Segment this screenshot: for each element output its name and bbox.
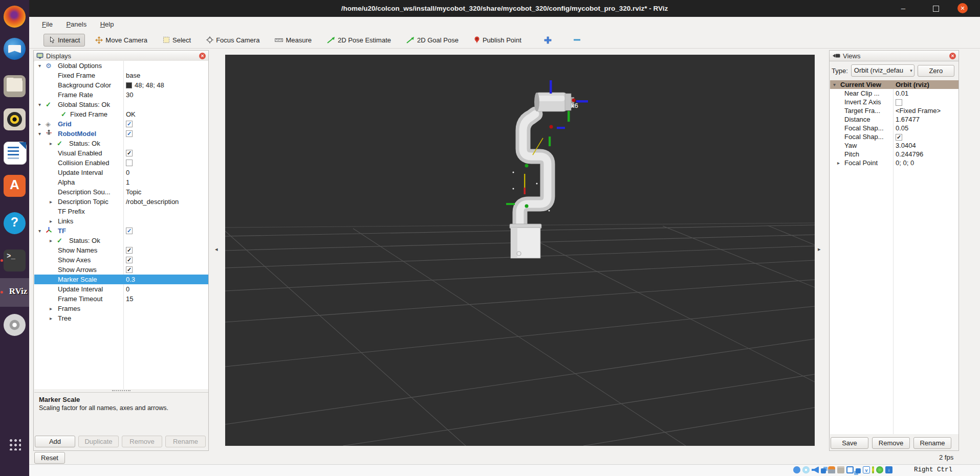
display-row-frame-timeout[interactable]: Frame Timeout15 [34,294,208,304]
view-type-select[interactable]: Orbit (rviz_defau ▾ [851,64,914,77]
tool-select-button[interactable]: Select [158,34,196,47]
view-row-distance[interactable]: Distance1.67477 [830,115,959,124]
checkbox-show-names[interactable]: ✓ [126,247,133,254]
view-row-focal-shap[interactable]: Focal Shap...0.05 [830,124,959,132]
display-row-tf-prefix[interactable]: TF Prefix [34,207,208,216]
tool-2d-goal-pose-button[interactable]: 2D Goal Pose [401,34,464,47]
expand-arrow-icon[interactable]: ▸ [50,313,52,323]
expand-arrow-icon[interactable]: ▸ [50,216,52,226]
display-row-status-ok[interactable]: ▸✓Status: Ok [34,139,208,148]
checkbox-robotmodel[interactable]: ✓ [126,130,133,137]
display-row-collision-enabled[interactable]: Collision Enabled [34,158,208,168]
checkbox-grid[interactable]: ✓ [126,121,133,127]
view-row-near-clip[interactable]: Near Clip ...0.01 [830,89,959,98]
tool-measure-button[interactable]: Measure [270,34,317,47]
tool-interact-button[interactable]: Interact [43,34,85,47]
vbox-usb-icon[interactable] [828,466,835,473]
zero-button[interactable]: Zero [918,65,954,77]
display-row-update-interval[interactable]: Update Interval0 [34,284,208,294]
property-value[interactable]: 0.05 [896,124,908,132]
display-row-grid[interactable]: ▸◈Grid✓ [34,119,208,129]
expand-arrow-icon[interactable]: ▸ [50,197,52,207]
add-tool-button[interactable] [539,34,557,47]
menu-file[interactable]: File [36,17,58,32]
property-value[interactable]: Topic [126,187,141,197]
close-button[interactable]: ✕ [957,3,968,13]
property-value[interactable]: base [126,71,140,80]
collapse-arrow-icon[interactable]: ▾ [38,61,41,71]
display-row-tree[interactable]: ▸Tree [34,313,208,323]
dock-item-rviz[interactable]: RViz [4,281,26,303]
dock-item-terminal[interactable] [4,250,26,271]
collapse-arrow-icon[interactable]: ▾ [38,100,41,109]
display-row-background-color[interactable]: Background Color48; 48; 48 [34,80,208,90]
property-value[interactable]: 0.3 [126,275,135,284]
vbox-shared-folder-icon[interactable] [837,466,844,473]
view-row-focal-shap[interactable]: Focal Shap...✓ [830,132,959,141]
display-row-update-interval[interactable]: Update Interval0 [34,168,208,177]
collapse-right-panel-icon[interactable]: ▸ [818,246,821,253]
dock-item-libreoffice-writer[interactable] [4,142,27,165]
vbox-down-arrow-icon[interactable]: ↓ [885,466,892,473]
menu-panels[interactable]: Panels [60,17,92,32]
vbox-network-icon[interactable] [821,468,826,473]
expand-arrow-icon[interactable]: ▸ [837,158,840,167]
rename-button[interactable]: Rename [165,436,206,447]
dock-item-app-grid[interactable] [8,437,21,450]
display-row-tf[interactable]: ▾TF✓ [34,226,208,236]
view-row-target-fra[interactable]: Target Fra...<Fixed Frame> [830,106,959,115]
3d-viewport[interactable]: k6 [225,55,815,446]
menu-help[interactable]: Help [95,17,120,32]
display-row-description-topic[interactable]: ▸Description Topic/robot_description [34,197,208,207]
add-button[interactable]: Add [35,436,75,447]
remove-tool-button[interactable] [568,36,586,44]
display-row-robotmodel[interactable]: ▾RobotModel✓ [34,129,208,139]
property-value[interactable]: /robot_description [126,197,179,207]
checkbox-collision-enabled[interactable] [126,160,133,166]
reset-button[interactable]: Reset [34,452,65,464]
view-row-current-view[interactable]: ▾Current ViewOrbit (rviz) [830,80,959,89]
display-row-show-arrows[interactable]: Show Arrows✓ [34,265,208,275]
property-value[interactable]: 48; 48; 48 [135,80,164,90]
duplicate-button[interactable]: Duplicate [78,436,119,447]
vbox-feature-v-icon[interactable]: v [863,466,870,473]
vbox-network-globe-icon[interactable] [876,466,883,473]
property-value[interactable]: 1 [126,177,129,187]
display-row-fixed-frame[interactable]: Fixed Framebase [34,71,208,80]
property-value[interactable]: 30 [126,90,133,100]
checkbox-invert-z-axis[interactable] [896,99,902,106]
property-value[interactable]: 0.01 [896,89,908,98]
display-row-links[interactable]: ▸Links [34,216,208,226]
display-row-visual-enabled[interactable]: Visual Enabled✓ [34,148,208,158]
vbox-display-icon[interactable] [793,466,800,473]
view-row-yaw[interactable]: Yaw3.0404 [830,141,959,150]
displays-panel-header[interactable]: Displays ✕ [34,51,208,61]
collapse-left-panel-icon[interactable]: ◂ [215,246,218,253]
expand-arrow-icon[interactable]: ▸ [38,119,41,129]
display-row-status-ok[interactable]: ▸✓Status: Ok [34,236,208,245]
property-value[interactable]: 0 [126,168,129,177]
display-row-frame-rate[interactable]: Frame Rate30 [34,90,208,100]
property-value[interactable]: 15 [126,294,133,304]
minimize-button[interactable]: – [898,2,908,15]
view-row-focal-point[interactable]: ▸Focal Point0; 0; 0 [830,158,959,167]
display-row-global-status-ok[interactable]: ▾✓Global Status: Ok [34,100,208,109]
checkbox-show-axes[interactable]: ✓ [126,257,133,263]
property-value[interactable]: 0 [126,284,129,294]
save-button[interactable]: Save [831,437,868,449]
display-row-show-names[interactable]: Show Names✓ [34,245,208,255]
vbox-gauge-icon[interactable] [872,466,874,473]
remove-button[interactable]: Remove [872,437,910,449]
collapse-arrow-icon[interactable]: ▾ [833,80,836,89]
property-value[interactable]: 0.244796 [896,150,923,158]
vbox-displays-icon[interactable] [856,468,861,473]
vbox-audio-icon[interactable] [812,466,819,473]
display-row-frames[interactable]: ▸Frames [34,304,208,313]
display-row-show-axes[interactable]: Show Axes✓ [34,255,208,265]
vbox-optical-disc-icon[interactable] [802,466,810,473]
checkbox-tf[interactable]: ✓ [126,228,133,234]
dock-item-rhythmbox[interactable] [4,108,26,130]
expand-arrow-icon[interactable]: ▸ [50,304,52,313]
rviz-titlebar[interactable]: /home/u20/colcon_ws/install/mycobot_320/… [29,0,980,17]
property-value[interactable]: OK [126,109,136,119]
